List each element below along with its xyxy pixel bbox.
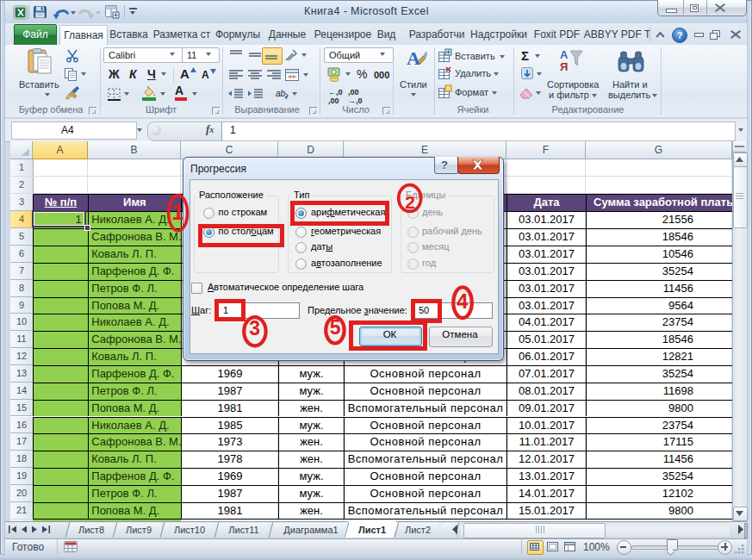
svg-text:ab: ab [276, 89, 286, 98]
svg-text:Я: Я [560, 60, 568, 73]
svg-text:A: A [407, 47, 420, 69]
svg-text:А: А [560, 48, 569, 61]
